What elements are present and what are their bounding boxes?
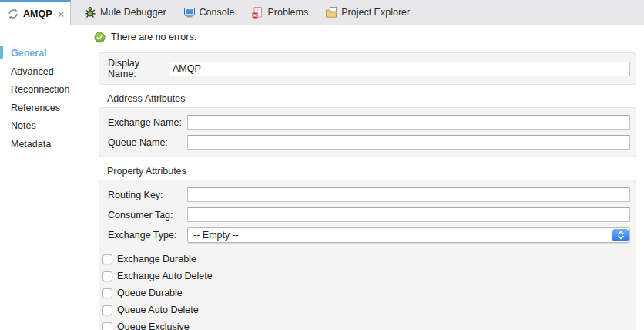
- property-attributes-group: Routing Key: Consumer Tag: Exchange Type…: [99, 180, 636, 330]
- sidebar-item-references[interactable]: References: [0, 100, 86, 119]
- tab-label: Project Explorer: [341, 7, 410, 18]
- section-title-address-attributes: Address Attributes: [107, 93, 644, 104]
- checkbox-label: Exchange Auto Delete: [117, 271, 213, 281]
- check-circle-icon: [94, 32, 106, 43]
- tab-problems[interactable]: Problems: [243, 0, 317, 25]
- sidebar-item-general[interactable]: General: [0, 45, 86, 64]
- checkbox-box[interactable]: [102, 254, 112, 264]
- checkbox-box[interactable]: [102, 322, 112, 330]
- bug-icon: [84, 6, 96, 19]
- checkbox-label: Exchange Durable: [117, 254, 196, 264]
- console-icon: [183, 6, 196, 19]
- address-attributes-group: Exchange Name: Queue Name:: [99, 107, 636, 157]
- tab-label: Mule Debugger: [100, 7, 166, 18]
- sidebar-item-metadata[interactable]: Metadata: [0, 136, 86, 155]
- exchange-type-value: -- Empty --: [193, 230, 239, 241]
- checkbox-box[interactable]: [102, 271, 112, 281]
- tab-label: AMQP: [23, 8, 52, 19]
- editor-body: General Advanced Reconnection References…: [0, 25, 644, 330]
- sidebar-item-label: Advanced: [11, 66, 54, 77]
- section-title-property-attributes: Property Attributes: [107, 166, 644, 177]
- consumer-tag-label: Consumer Tag:: [108, 210, 187, 221]
- checkbox-queue-exclusive[interactable]: Queue Exclusive: [102, 318, 630, 330]
- properties-form: There are no errors. Display Name: Addre…: [86, 25, 644, 330]
- sidebar-item-reconnection[interactable]: Reconnection: [0, 82, 86, 100]
- checkbox-label: Queue Exclusive: [117, 322, 190, 330]
- validation-status: There are no errors.: [94, 31, 644, 43]
- status-message: There are no errors.: [111, 32, 196, 42]
- exchange-name-input[interactable]: [187, 115, 630, 130]
- tab-console[interactable]: Console: [175, 0, 243, 25]
- checkbox-box[interactable]: [102, 305, 112, 315]
- sidebar-item-label: Metadata: [11, 139, 51, 150]
- checkbox-exchange-auto-delete[interactable]: Exchange Auto Delete: [102, 268, 630, 285]
- editor-tab-bar: AMQP × Mule Debugger Console: [0, 0, 644, 25]
- close-icon[interactable]: ×: [59, 9, 65, 19]
- checkbox-list: Exchange Durable Exchange Auto Delete Qu…: [102, 251, 630, 330]
- tab-label: Console: [200, 7, 235, 18]
- queue-name-label: Queue Name:: [108, 137, 187, 148]
- exchange-type-label: Exchange Type:: [108, 230, 187, 241]
- sidebar-item-label: Notes: [11, 120, 36, 131]
- checkbox-queue-durable[interactable]: Queue Durable: [102, 285, 630, 301]
- checkbox-label: Queue Durable: [117, 288, 183, 298]
- select-stepper-icon: [612, 229, 629, 241]
- sidebar-item-advanced[interactable]: Advanced: [0, 64, 86, 82]
- sidebar-item-label: References: [11, 103, 60, 113]
- tab-label: Problems: [267, 7, 308, 18]
- routing-key-input[interactable]: [187, 187, 630, 202]
- checkbox-queue-auto-delete[interactable]: Queue Auto Delete: [102, 301, 630, 318]
- tab-amqp[interactable]: AMQP ×: [0, 0, 71, 25]
- tab-project-explorer[interactable]: Project Explorer: [317, 0, 418, 25]
- queue-name-input[interactable]: [187, 135, 630, 150]
- sidebar-item-notes[interactable]: Notes: [0, 118, 86, 136]
- display-name-group: Display Name:: [99, 52, 636, 85]
- checkbox-label: Queue Auto Delete: [117, 305, 199, 315]
- exchange-name-label: Exchange Name:: [108, 117, 187, 128]
- routing-key-label: Routing Key:: [108, 190, 187, 200]
- exchange-type-select[interactable]: -- Empty --: [187, 227, 630, 243]
- display-name-input[interactable]: [169, 62, 630, 76]
- problems-icon: [251, 6, 263, 19]
- amqp-icon: [7, 8, 19, 20]
- sidebar-item-label: General: [11, 48, 47, 59]
- checkbox-exchange-durable[interactable]: Exchange Durable: [102, 251, 630, 268]
- properties-sidebar: General Advanced Reconnection References…: [0, 25, 86, 330]
- consumer-tag-input[interactable]: [187, 207, 630, 222]
- sidebar-item-label: Reconnection: [11, 84, 69, 95]
- checkbox-box[interactable]: [102, 288, 112, 298]
- display-name-label: Display Name:: [108, 58, 169, 79]
- tab-mule-debugger[interactable]: Mule Debugger: [75, 0, 174, 25]
- folder-icon: [325, 6, 337, 19]
